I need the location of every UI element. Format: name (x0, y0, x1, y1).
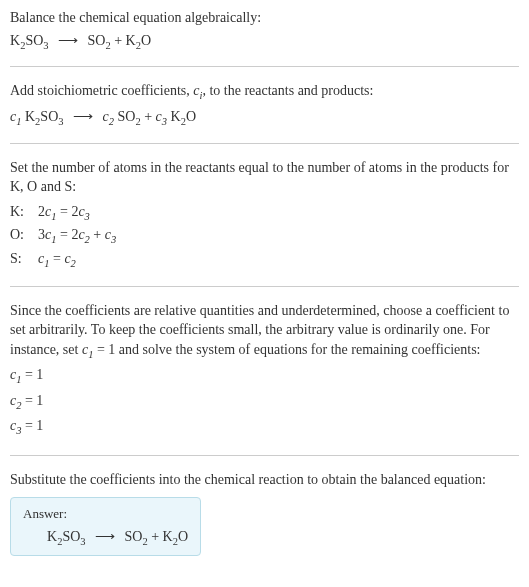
arrow-icon: ⟶ (95, 528, 115, 545)
sub: 2 (71, 258, 76, 269)
solve-text: Since the coefficients are relative quan… (10, 301, 519, 363)
var: c2 (10, 393, 21, 408)
prod-k2o: K2O (171, 109, 197, 124)
reactant: K2SO3 (25, 109, 64, 124)
txt: Add stoichiometric coefficients, (10, 83, 193, 98)
atom-row-k: K: 2c1 = 2c3 (10, 201, 519, 225)
c1-var: c1 (82, 342, 93, 357)
txt: K (25, 109, 35, 124)
prompt-text: Balance the chemical equation algebraica… (10, 8, 519, 28)
product-so2: SO2 (125, 529, 148, 544)
coef-c3: c3 = 1 (10, 415, 519, 439)
txt: O (178, 529, 188, 544)
var: c2 (78, 227, 89, 242)
reactant-k2so3: K2SO3 (47, 529, 86, 544)
eq: 2c1 = 2c3 (38, 201, 90, 225)
prod-so2: SO2 (117, 109, 140, 124)
txt: K (47, 529, 57, 544)
sub: 3 (111, 234, 116, 245)
var: c1 (45, 204, 56, 219)
val: = 1 (21, 367, 43, 382)
section-solve: Since the coefficients are relative quan… (10, 301, 519, 456)
var: c1 (45, 227, 56, 242)
txt: SO (40, 109, 58, 124)
txt: K (10, 33, 20, 48)
txt: K (126, 33, 136, 48)
txt: SO (25, 33, 43, 48)
arrow-icon: ⟶ (73, 108, 93, 125)
sub: 3 (80, 536, 85, 547)
txt: SO (117, 109, 135, 124)
plus: + (141, 109, 156, 124)
sub: 3 (85, 211, 90, 222)
section-prompt: Balance the chemical equation algebraica… (10, 8, 519, 67)
product-so2: SO2 (88, 33, 111, 48)
coef-c2: c2 = 1 (10, 390, 519, 414)
coef: 3 (38, 227, 45, 242)
coef: 2 (38, 204, 45, 219)
txt: SO (62, 529, 80, 544)
product-k2o: K2O (163, 529, 189, 544)
sub: 3 (43, 39, 48, 50)
atom-row-o: O: 3c1 = 2c2 + c3 (10, 224, 519, 248)
arrow-icon: ⟶ (58, 32, 78, 49)
eqs: = (49, 251, 64, 266)
coef-equation: c1 K2SO3 ⟶ c2 SO2 + c3 K2O (10, 108, 519, 127)
coef-c1: c1 = 1 (10, 364, 519, 388)
atom-label: O: (10, 224, 38, 245)
section-coefficients: Add stoichiometric coefficients, ci, to … (10, 81, 519, 143)
unbalanced-equation: K2SO3 ⟶ SO2 + K2O (10, 32, 519, 51)
atom-label: S: (10, 248, 38, 269)
atom-row-s: S: c1 = c2 (10, 248, 519, 272)
plus: + (148, 529, 163, 544)
txt: O (141, 33, 151, 48)
var: c2 (64, 251, 75, 266)
c3: c3 (156, 109, 167, 124)
val: = 1 (21, 418, 43, 433)
txt: SO (125, 529, 143, 544)
c2: c2 (103, 109, 114, 124)
var: c1 (10, 367, 21, 382)
c1: c1 (10, 109, 21, 124)
coef-solutions: c1 = 1 c2 = 1 c3 = 1 (10, 364, 519, 439)
plus: + (90, 227, 105, 242)
txt: = 1 and solve the system of equations fo… (93, 342, 480, 357)
txt: K (171, 109, 181, 124)
sub: 3 (58, 116, 63, 127)
eqs: = (56, 227, 71, 242)
section-atom-balance: Set the number of atoms in the reactants… (10, 158, 519, 287)
product-k2o: K2O (126, 33, 152, 48)
txt: O (186, 109, 196, 124)
var: c3 (78, 204, 89, 219)
atom-equations: K: 2c1 = 2c3 O: 3c1 = 2c2 + c3 S: c1 = c… (10, 201, 519, 272)
answer-box: Answer: K2SO3 ⟶ SO2 + K2O (10, 497, 201, 556)
coef-intro: Add stoichiometric coefficients, ci, to … (10, 81, 519, 103)
atom-label: K: (10, 201, 38, 222)
section-answer: Substitute the coefficients into the che… (10, 470, 519, 570)
substitute-text: Substitute the coefficients into the che… (10, 470, 519, 490)
var: c3 (105, 227, 116, 242)
balanced-equation: K2SO3 ⟶ SO2 + K2O (47, 528, 188, 547)
txt: , to the reactants and products: (202, 83, 373, 98)
eq: c1 = c2 (38, 248, 76, 272)
txt: SO (88, 33, 106, 48)
balance-intro: Set the number of atoms in the reactants… (10, 158, 519, 197)
eqs: = (56, 204, 71, 219)
answer-label: Answer: (23, 506, 188, 522)
val: = 1 (21, 393, 43, 408)
var: c3 (10, 418, 21, 433)
reactant-k2so3: K2SO3 (10, 33, 49, 48)
plus: + (111, 33, 126, 48)
eq: 3c1 = 2c2 + c3 (38, 224, 116, 248)
txt: K (163, 529, 173, 544)
var: c1 (38, 251, 49, 266)
